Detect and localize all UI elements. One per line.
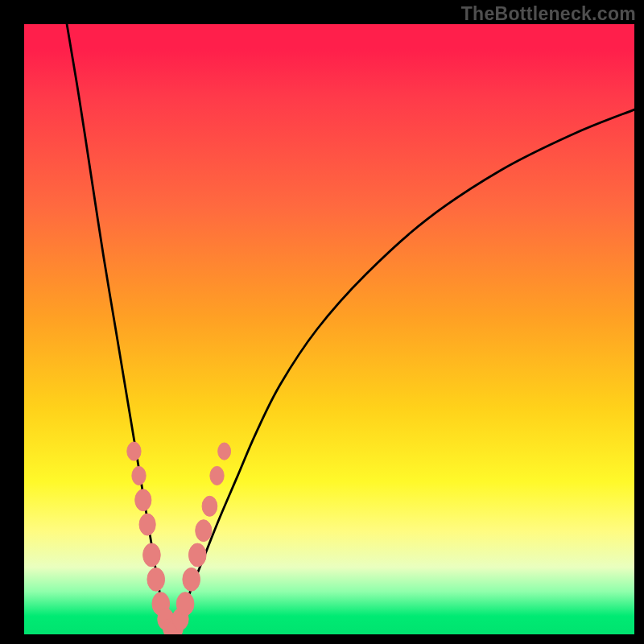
- curve-layer: [24, 24, 634, 634]
- bead-point: [135, 489, 151, 511]
- curve-left-arm: [67, 24, 171, 634]
- bead-point: [127, 442, 141, 460]
- curve-right-arm: [171, 109, 634, 634]
- bead-cluster: [127, 442, 231, 634]
- bead-point: [196, 520, 212, 542]
- watermark-text: TheBottleneck.com: [461, 3, 636, 25]
- bead-point: [132, 466, 146, 485]
- bead-point: [202, 496, 217, 516]
- bead-point: [176, 592, 194, 616]
- bead-point: [183, 568, 200, 591]
- chart-frame: TheBottleneck.com: [0, 0, 644, 644]
- bead-point: [218, 443, 231, 460]
- plot-area: [24, 24, 634, 634]
- bead-point: [188, 543, 206, 567]
- bead-point: [147, 568, 165, 591]
- bead-point: [143, 543, 161, 567]
- bead-point: [210, 466, 224, 485]
- bead-point: [139, 514, 155, 535]
